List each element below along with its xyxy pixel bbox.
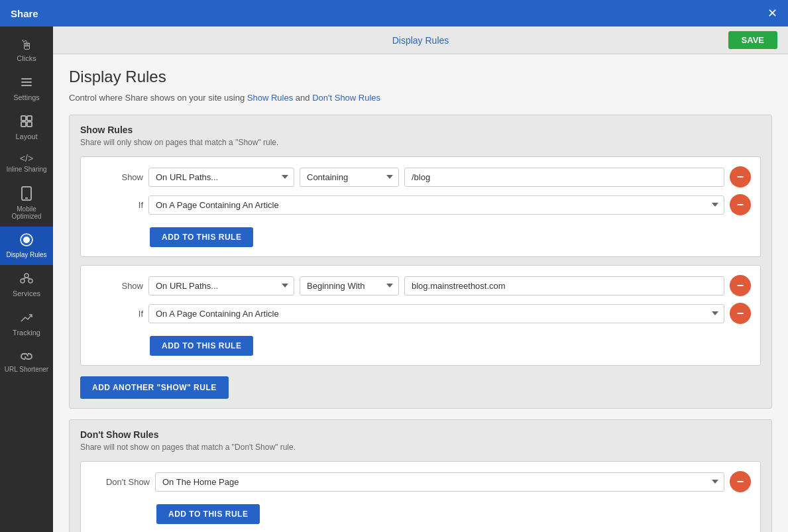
show-rule-1-row-1: Show On URL Paths... Containing − <box>90 166 751 187</box>
show-rule-1-if-remove-button[interactable]: − <box>730 194 751 215</box>
show-rules-title: Show Rules <box>80 125 761 135</box>
dont-show-rule-1-add-button[interactable]: ADD TO THIS RULE <box>156 504 260 524</box>
show-rules-section: Show Rules Share will only show on pages… <box>69 115 772 409</box>
svg-point-13 <box>28 279 32 283</box>
show-rule-2-add-button[interactable]: ADD TO THIS RULE <box>150 336 253 356</box>
show-label-2: Show <box>90 281 143 291</box>
sidebar-item-settings[interactable]: Settings <box>0 69 53 108</box>
show-rule-1-row-2: If On A Page Containing An Article − <box>90 194 751 215</box>
show-rules-subtitle: Share will only show on pages that match… <box>80 138 761 147</box>
show-rule-1-value-input[interactable] <box>404 168 724 187</box>
dont-show-rule-group-1: Don't Show On The Home Page − ADD TO THI… <box>80 461 761 532</box>
svg-rect-2 <box>21 85 32 86</box>
services-icon <box>20 272 33 287</box>
sidebar-item-clicks[interactable]: 🖱 Clicks <box>0 32 53 69</box>
sidebar-item-layout-label: Layout <box>15 133 37 140</box>
show-rule-1-condition-select[interactable]: Containing <box>300 168 399 187</box>
sidebar-item-tracking[interactable]: Tracking <box>0 304 53 343</box>
svg-rect-5 <box>21 122 26 127</box>
show-rule-group-1: Show On URL Paths... Containing − If <box>80 156 761 257</box>
show-rule-2-remove-button[interactable]: − <box>730 275 751 296</box>
url-shortener-icon <box>20 350 33 363</box>
svg-rect-3 <box>21 116 26 121</box>
sidebar-item-settings-label: Settings <box>13 93 40 101</box>
show-rule-1-add-button[interactable]: ADD TO THIS RULE <box>150 227 253 247</box>
inline-sharing-icon: </> <box>20 154 33 163</box>
sidebar-item-inline-sharing[interactable]: </> Inline Sharing <box>0 147 53 180</box>
add-another-show-rule-button[interactable]: ADD ANOTHER "SHOW" RULE <box>80 376 229 399</box>
settings-icon <box>20 76 33 91</box>
svg-rect-0 <box>21 78 32 80</box>
svg-rect-1 <box>21 81 32 83</box>
svg-line-14 <box>23 278 27 279</box>
title-bar: Share ✕ <box>0 0 788 27</box>
dont-show-rule-1-select[interactable]: On The Home Page <box>155 472 724 492</box>
app-layout: 🖱 Clicks Settings Layout </> Inline Shar… <box>0 27 788 532</box>
svg-line-15 <box>27 278 30 279</box>
mobile-icon <box>21 186 32 203</box>
dont-show-rules-link[interactable]: Don't Show Rules <box>312 93 380 103</box>
show-rule-2-condition-select[interactable]: Beginning With <box>300 276 399 295</box>
sidebar-item-mobile-label: Mobile Optimized <box>3 205 50 220</box>
svg-rect-6 <box>27 122 32 127</box>
sidebar-item-url-shortener-label: URL Shortener <box>5 366 48 373</box>
save-button[interactable]: SAVE <box>728 31 777 49</box>
dont-show-rules-subtitle: Share will not show on pages that match … <box>80 443 761 452</box>
if-label-2: If <box>90 309 143 319</box>
if-label-1: If <box>90 200 143 210</box>
page-subtitle: Control where Share shows on your site u… <box>69 93 772 103</box>
svg-point-12 <box>21 279 25 283</box>
sidebar-item-mobile[interactable]: Mobile Optimized <box>0 180 53 227</box>
dont-show-rule-1-remove-button[interactable]: − <box>730 471 751 492</box>
top-bar-title: Display Rules <box>392 35 449 46</box>
sidebar-item-clicks-label: Clicks <box>17 54 36 62</box>
app-title: Share <box>11 8 38 19</box>
clicks-icon: 🖱 <box>20 38 33 52</box>
close-button[interactable]: ✕ <box>767 7 777 19</box>
sidebar-item-display-rules-label: Display Rules <box>6 251 46 258</box>
sidebar-item-services-label: Services <box>13 290 40 297</box>
page-title: Display Rules <box>69 68 772 86</box>
sidebar-item-url-shortener[interactable]: URL Shortener <box>0 343 53 380</box>
main-content: Display Rules Control where Share shows … <box>53 54 788 532</box>
show-rule-2-if-remove-button[interactable]: − <box>730 303 751 324</box>
sidebar-item-inline-sharing-label: Inline Sharing <box>6 166 46 173</box>
sidebar-item-layout[interactable]: Layout <box>0 108 53 147</box>
sidebar-item-services[interactable]: Services <box>0 265 53 304</box>
show-rule-1-remove-button[interactable]: − <box>730 166 751 187</box>
show-rule-1-if-select[interactable]: On A Page Containing An Article <box>148 195 724 215</box>
dont-show-rules-section: Don't Show Rules Share will not show on … <box>69 419 772 532</box>
show-rule-2-url-select[interactable]: On URL Paths... <box>148 276 294 295</box>
content-area: Display Rules SAVE Display Rules Control… <box>53 27 788 532</box>
display-rules-icon <box>20 233 33 248</box>
show-label-1: Show <box>90 172 143 182</box>
show-rule-1-url-select[interactable]: On URL Paths... <box>148 168 294 187</box>
svg-point-10 <box>23 237 30 243</box>
sidebar-item-display-rules[interactable]: Display Rules <box>0 227 53 265</box>
svg-rect-4 <box>27 116 32 121</box>
show-rules-link[interactable]: Show Rules <box>247 93 293 103</box>
show-rule-group-2: Show On URL Paths... Beginning With − If <box>80 265 761 366</box>
show-rule-2-if-select[interactable]: On A Page Containing An Article <box>148 304 724 323</box>
top-bar: Display Rules SAVE <box>53 27 788 54</box>
svg-point-11 <box>25 274 28 278</box>
layout-icon <box>20 115 33 130</box>
dont-show-label-1: Don't Show <box>90 477 150 487</box>
show-rule-2-row-2: If On A Page Containing An Article − <box>90 303 751 324</box>
dont-show-rules-title: Don't Show Rules <box>80 429 761 440</box>
tracking-icon <box>20 311 33 326</box>
dont-show-rule-1-row-1: Don't Show On The Home Page − <box>90 471 751 492</box>
show-rule-2-row-1: Show On URL Paths... Beginning With − <box>90 275 751 296</box>
sidebar: 🖱 Clicks Settings Layout </> Inline Shar… <box>0 27 53 532</box>
sidebar-item-tracking-label: Tracking <box>13 329 40 337</box>
show-rule-2-value-input[interactable] <box>404 276 724 295</box>
